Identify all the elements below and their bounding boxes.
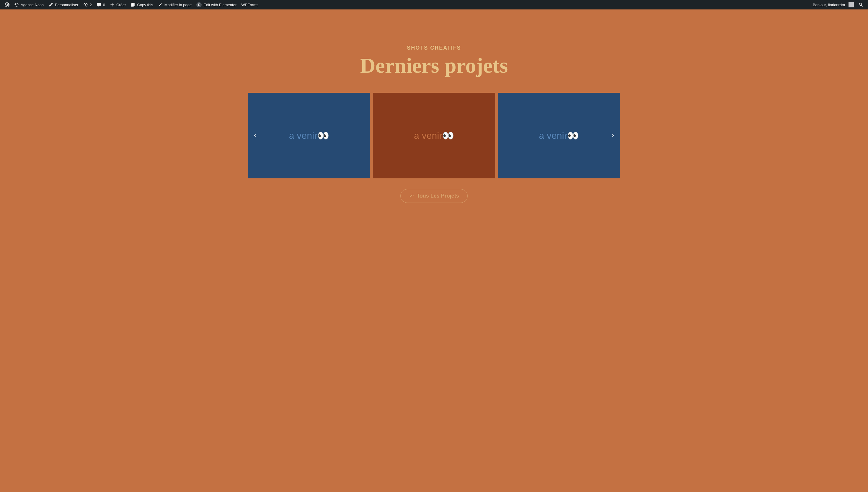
elementor-label: Edit with Elementor <box>203 3 236 7</box>
main-content: SHOTS CREATIFS Derniers projets a venir👀… <box>0 9 868 226</box>
copy-this-label: Copy this <box>137 3 153 7</box>
carousel-item-text: a venir👀 <box>539 130 579 141</box>
brush-icon <box>48 2 53 7</box>
section-subtitle: SHOTS CREATIFS <box>407 45 461 51</box>
customize-menu[interactable]: Personnaliser <box>46 0 81 9</box>
carousel-item-text: a venir👀 <box>289 130 329 141</box>
site-name-label: Agence Nash <box>21 3 44 7</box>
chevron-right-icon <box>611 132 615 140</box>
copy-this-menu[interactable]: Copy this <box>128 0 156 9</box>
carousel-item[interactable]: a venir👀 <box>498 93 620 178</box>
admin-bar-left: Agence Nash Personnaliser 2 0 Créer <box>2 0 261 9</box>
create-label: Créer <box>116 3 126 7</box>
updates-menu[interactable]: 2 <box>81 0 94 9</box>
carousel-wrapper: a venir👀 a venir👀 a venir👀 <box>248 93 620 178</box>
updates-count: 2 <box>90 3 92 7</box>
chevron-left-icon <box>253 132 257 140</box>
section-title: Derniers projets <box>360 53 508 78</box>
site-name-menu[interactable]: Agence Nash <box>12 0 46 9</box>
wordpress-icon <box>5 2 9 7</box>
cta-label: Tous Les Projets <box>416 193 459 199</box>
wp-admin-bar: Agence Nash Personnaliser 2 0 Créer <box>0 0 868 9</box>
wand-icon <box>409 193 414 199</box>
dashboard-icon <box>14 2 19 7</box>
all-projects-button[interactable]: Tous Les Projets <box>400 189 468 203</box>
carousel-next-button[interactable] <box>609 131 618 140</box>
elementor-menu[interactable]: E Edit with Elementor <box>194 0 239 9</box>
user-greeting: Bonjour, florianrdm <box>813 3 845 7</box>
comments-count: 0 <box>103 3 105 7</box>
customize-label: Personnaliser <box>55 3 79 7</box>
admin-bar-right: Bonjour, florianrdm <box>811 0 866 9</box>
pencil-icon <box>158 2 163 7</box>
create-menu[interactable]: Créer <box>107 0 128 9</box>
edit-page-menu[interactable]: Modifier la page <box>156 0 194 9</box>
search-menu[interactable] <box>856 0 866 9</box>
user-menu[interactable]: Bonjour, florianrdm <box>811 0 856 9</box>
carousel: a venir👀 a venir👀 a venir👀 <box>248 93 620 178</box>
carousel-item[interactable]: a venir👀 <box>248 93 370 178</box>
comment-icon <box>97 2 101 7</box>
carousel-item[interactable]: a venir👀 <box>373 93 495 178</box>
carousel-item-text: a venir👀 <box>414 130 454 141</box>
wpforms-label: WPForms <box>241 3 258 7</box>
avatar <box>848 2 854 7</box>
carousel-prev-button[interactable] <box>250 131 259 140</box>
elementor-icon: E <box>196 2 202 7</box>
edit-page-label: Modifier la page <box>164 3 192 7</box>
update-icon <box>83 2 88 7</box>
copy-icon <box>131 2 135 7</box>
plus-icon <box>110 2 114 7</box>
comments-menu[interactable]: 0 <box>94 0 107 9</box>
search-icon <box>859 2 863 7</box>
wp-logo-menu[interactable] <box>2 0 12 9</box>
wpforms-menu[interactable]: WPForms <box>239 0 261 9</box>
